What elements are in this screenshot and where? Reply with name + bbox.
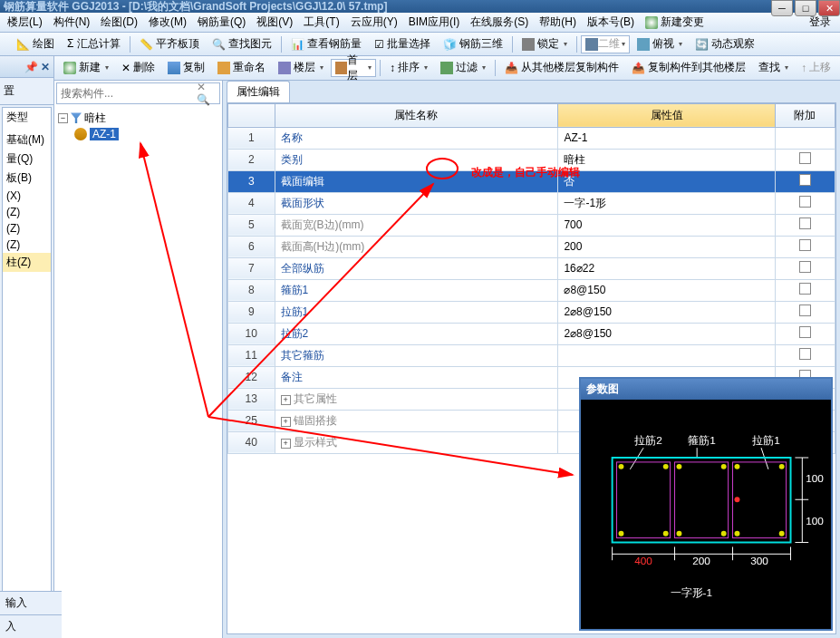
menu-modify[interactable]: 修改(M): [143, 13, 192, 32]
checkbox[interactable]: [799, 348, 811, 360]
prop-name-cell[interactable]: +其它属性: [275, 388, 558, 410]
prop-value-cell[interactable]: 一字-1形: [558, 192, 775, 214]
tb-topview[interactable]: 俯视: [632, 34, 688, 53]
table-row[interactable]: 10拉筋22⌀8@150: [228, 323, 835, 344]
left-item-foundation[interactable]: 基础(M): [3, 130, 51, 150]
prop-add-cell[interactable]: [775, 323, 835, 344]
prop-add-cell[interactable]: [775, 344, 835, 366]
table-row[interactable]: 8箍筋1⌀8@150: [228, 279, 835, 301]
prop-value-cell[interactable]: ⌀8@150: [558, 279, 775, 301]
tb-find-elem[interactable]: 🔍 查找图元: [207, 34, 277, 53]
prop-value-cell[interactable]: 否: [558, 170, 775, 192]
expand-icon[interactable]: +: [281, 395, 291, 405]
prop-value-cell[interactable]: 暗柱: [558, 149, 775, 170]
left-item-x[interactable]: (X): [3, 188, 51, 204]
tb-batch-select[interactable]: ☑ 批量选择: [369, 34, 436, 53]
prop-name-cell[interactable]: 拉筋1: [275, 301, 558, 323]
tb-find[interactable]: 查找: [753, 58, 794, 77]
maximize-button[interactable]: □: [795, 0, 816, 16]
prop-name-cell[interactable]: 箍筋1: [275, 279, 558, 301]
menu-tools[interactable]: 工具(T): [298, 13, 344, 32]
checkbox[interactable]: [799, 304, 811, 316]
prop-add-cell[interactable]: [775, 279, 835, 301]
checkbox[interactable]: [799, 283, 811, 295]
prop-add-cell[interactable]: [775, 301, 835, 323]
bottom-in[interactable]: 入: [0, 614, 62, 638]
table-row[interactable]: 6截面高(H边)(mm)200: [228, 236, 835, 257]
prop-value-cell[interactable]: [558, 344, 775, 366]
menu-component[interactable]: 构件(N): [48, 13, 96, 32]
left-item-z1[interactable]: (Z): [3, 204, 51, 220]
prop-name-cell[interactable]: 备注: [275, 366, 558, 388]
tb-copy-from-floor[interactable]: 📥 从其他楼层复制构件: [499, 58, 624, 77]
search-box[interactable]: ✕ 🔍: [56, 82, 220, 104]
tree-toggle-icon[interactable]: −: [58, 113, 68, 123]
tb-orbit[interactable]: 🔄 动态观察: [690, 34, 760, 53]
left-item-slab[interactable]: 板(B): [3, 169, 51, 188]
menu-floor[interactable]: 楼层(L): [2, 13, 48, 32]
prop-add-cell[interactable]: [775, 192, 835, 214]
tb-rename[interactable]: 重命名: [212, 58, 271, 77]
search-input[interactable]: [61, 87, 197, 100]
expand-icon[interactable]: +: [281, 439, 291, 449]
checkbox[interactable]: [799, 326, 811, 338]
prop-add-cell[interactable]: [775, 149, 835, 170]
prop-value-cell[interactable]: 2⌀8@150: [558, 323, 775, 344]
tb-2d-combo[interactable]: 二维: [581, 35, 630, 53]
tb-sort[interactable]: ↕ 排序: [384, 58, 433, 77]
table-row[interactable]: 11其它箍筋: [228, 344, 835, 366]
prop-value-cell[interactable]: 16⌀22: [558, 257, 775, 279]
left-item-column[interactable]: 柱(Z): [3, 253, 51, 272]
tb-lock[interactable]: 锁定: [517, 34, 573, 53]
menu-rebar-qty[interactable]: 钢筋量(Q): [192, 13, 251, 32]
left-item-z2[interactable]: (Z): [3, 220, 51, 237]
menu-online[interactable]: 在线服务(S): [465, 13, 534, 32]
tb-delete[interactable]: ✕ 删除: [116, 58, 160, 77]
tb-floor-label[interactable]: 楼层: [273, 58, 329, 77]
prop-value-cell[interactable]: 700: [558, 214, 775, 236]
prop-add-cell[interactable]: [775, 170, 835, 192]
left-item-type[interactable]: 类型: [3, 108, 51, 127]
table-row[interactable]: 5截面宽(B边)(mm)700: [228, 214, 835, 236]
tb-sum-calc[interactable]: Σ 汇总计算: [62, 34, 126, 53]
search-clear-icon[interactable]: ✕ 🔍: [197, 81, 216, 106]
tb-copy-to-floor[interactable]: 📤 复制构件到其他楼层: [626, 58, 751, 77]
checkbox[interactable]: [799, 174, 811, 186]
prop-add-cell[interactable]: [775, 236, 835, 257]
checkbox[interactable]: [799, 261, 811, 273]
minimize-button[interactable]: ─: [771, 0, 793, 16]
menu-help[interactable]: 帮助(H): [534, 13, 582, 32]
menu-cloud[interactable]: 云应用(Y): [345, 13, 403, 32]
prop-name-cell[interactable]: 截面宽(B边)(mm): [275, 214, 558, 236]
left-item-z3[interactable]: (Z): [3, 237, 51, 253]
login-button[interactable]: 登录: [802, 14, 838, 30]
tree-root[interactable]: − 暗柱: [58, 110, 218, 127]
left-item-beam[interactable]: 量(Q): [3, 150, 51, 169]
tb-filter[interactable]: 过滤: [435, 58, 491, 77]
tab-property-edit[interactable]: 属性编辑: [227, 81, 290, 102]
expand-icon[interactable]: +: [281, 417, 291, 427]
tb-up[interactable]: ↑ 上移: [796, 58, 836, 77]
prop-name-cell[interactable]: 截面高(H边)(mm): [275, 236, 558, 257]
tb-floor-select[interactable]: 首层: [331, 59, 376, 77]
prop-value-cell[interactable]: 200: [558, 236, 775, 257]
prop-name-cell[interactable]: +锚固搭接: [275, 410, 558, 431]
tb-rebar-3d[interactable]: 🧊 钢筋三维: [438, 34, 508, 53]
checkbox[interactable]: [799, 196, 811, 208]
prop-add-cell[interactable]: [775, 127, 835, 149]
bottom-input[interactable]: 输入: [0, 591, 62, 614]
prop-add-cell[interactable]: [775, 214, 835, 236]
prop-name-cell[interactable]: 全部纵筋: [275, 257, 558, 279]
prop-name-cell[interactable]: 截面形状: [275, 192, 558, 214]
prop-name-cell[interactable]: 拉筋2: [275, 323, 558, 344]
table-row[interactable]: 7全部纵筋16⌀22: [228, 257, 835, 279]
menu-version[interactable]: 版本号(B): [582, 13, 640, 32]
close-button[interactable]: ✕: [818, 0, 840, 16]
prop-name-cell[interactable]: 其它箍筋: [275, 344, 558, 366]
prop-name-cell[interactable]: 名称: [275, 127, 558, 149]
table-row[interactable]: 4截面形状一字-1形: [228, 192, 835, 214]
menu-bim[interactable]: BIM应用(I): [403, 13, 466, 32]
tree-child-az1[interactable]: AZ-1: [74, 127, 218, 141]
new-change-button[interactable]: 新建变更: [640, 13, 710, 32]
prop-value-cell[interactable]: AZ-1: [558, 127, 775, 149]
